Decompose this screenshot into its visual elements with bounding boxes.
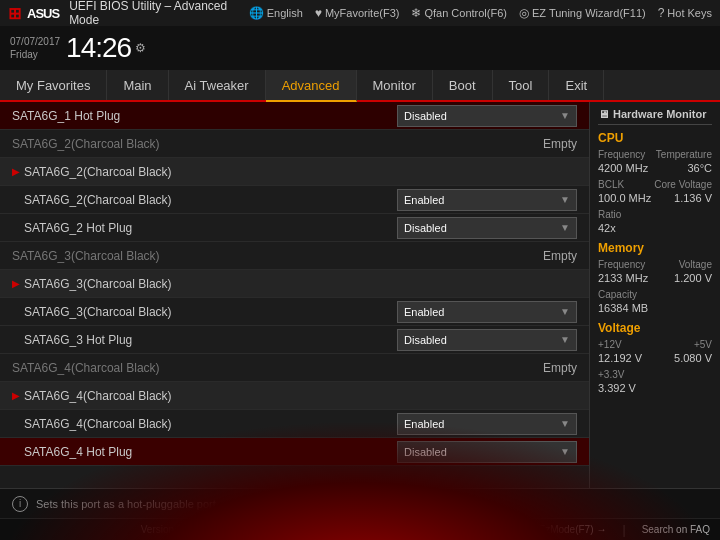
cpu-ratio-row: Ratio xyxy=(598,209,712,220)
row-label: SATA6G_1 Hot Plug xyxy=(12,109,397,123)
nav-tabs: My Favorites Main Ai Tweaker Advanced Mo… xyxy=(0,70,720,102)
row-label: SATA6G_3(Charcoal Black) xyxy=(24,277,577,291)
v12-label: +12V xyxy=(598,339,622,350)
dropdown-sata2-hotplug[interactable]: Disabled ▼ xyxy=(397,217,577,239)
cpu-temp-value: 36°C xyxy=(687,162,712,174)
table-row: SATA6G_4(Charcoal Black) Empty xyxy=(0,354,589,382)
row-label: SATA6G_2(Charcoal Black) xyxy=(24,165,577,179)
v33-label: +3.3V xyxy=(598,369,624,380)
hw-monitor-panel: 🖥 Hardware Monitor CPU Frequency Tempera… xyxy=(590,102,720,488)
v33-value: 3.392 V xyxy=(598,382,636,394)
dropdown-value: Disabled xyxy=(404,446,447,458)
v5-label: +5V xyxy=(694,339,712,350)
table-row[interactable]: ▶ SATA6G_2(Charcoal Black) xyxy=(0,158,589,186)
table-row[interactable]: SATA6G_2(Charcoal Black) Enabled ▼ xyxy=(0,186,589,214)
tab-exit[interactable]: Exit xyxy=(549,70,604,100)
volt-12v-row: +12V +5V xyxy=(598,339,712,350)
volt-33v-row: +3.3V xyxy=(598,369,712,380)
row-label: SATA6G_2(Charcoal Black) xyxy=(12,193,397,207)
dropdown-sata3-enabled[interactable]: Enabled ▼ xyxy=(397,301,577,323)
dropdown-value: Disabled xyxy=(404,334,447,346)
date-text: 07/07/2017 xyxy=(10,35,60,48)
tab-main[interactable]: Main xyxy=(107,70,168,100)
row-label: SATA6G_4(Charcoal Black) xyxy=(12,417,397,431)
expand-icon: ▶ xyxy=(12,390,20,401)
dropdown-value: Enabled xyxy=(404,418,444,430)
date-display: 07/07/2017 Friday xyxy=(10,35,60,61)
cpu-bclk-label: BCLK xyxy=(598,179,624,190)
table-row[interactable]: SATA6G_3(Charcoal Black) Enabled ▼ xyxy=(0,298,589,326)
dropdown-sata4-enabled[interactable]: Enabled ▼ xyxy=(397,413,577,435)
voltage-section-title: Voltage xyxy=(598,321,712,335)
v12-value: 12.192 V xyxy=(598,352,642,364)
clock-gear-icon[interactable]: ⚙ xyxy=(135,41,146,55)
top-bar-icons: 🌐 English ♥ MyFavorite(F3) ❄ Qfan Contro… xyxy=(249,6,712,20)
dropdown-value: Enabled xyxy=(404,194,444,206)
tab-boot[interactable]: Boot xyxy=(433,70,493,100)
table-row[interactable]: SATA6G_4 Hot Plug Disabled ▼ xyxy=(0,438,589,466)
cpu-frequency-row: Frequency Temperature xyxy=(598,149,712,160)
tab-my-favorites[interactable]: My Favorites xyxy=(0,70,107,100)
info-icon: i xyxy=(12,496,28,512)
footer: Version 2.17.1246. Copyright (C) 2017 Am… xyxy=(0,518,720,540)
chevron-down-icon: ▼ xyxy=(560,334,570,345)
dropdown-sata4-hotplug[interactable]: Disabled ▼ xyxy=(397,441,577,463)
table-row[interactable]: SATA6G_3 Hot Plug Disabled ▼ xyxy=(0,326,589,354)
mem-volt-value: 1.200 V xyxy=(674,272,712,284)
row-label: SATA6G_2 Hot Plug xyxy=(12,221,397,235)
empty-value: Empty xyxy=(543,137,577,151)
table-row[interactable]: SATA6G_4(Charcoal Black) Enabled ▼ xyxy=(0,410,589,438)
eztuning-label: EZ Tuning Wizard(F11) xyxy=(532,7,646,19)
mem-cap-label: Capacity xyxy=(598,289,637,300)
dropdown-sata2-enabled[interactable]: Enabled ▼ xyxy=(397,189,577,211)
heart-icon: ♥ xyxy=(315,6,322,20)
status-bar: i Sets this port as a hot-pluggable port… xyxy=(0,488,720,518)
row-label: SATA6G_4(Charcoal Black) xyxy=(12,361,543,375)
cpu-bclk-row: BCLK Core Voltage xyxy=(598,179,712,190)
row-label: SATA6G_3(Charcoal Black) xyxy=(12,305,397,319)
v5-value: 5.080 V xyxy=(674,352,712,364)
table-row: SATA6G_2(Charcoal Black) Empty xyxy=(0,130,589,158)
content-area: SATA6G_1 Hot Plug Disabled ▼ SATA6G_2(Ch… xyxy=(0,102,590,488)
memory-section-title: Memory xyxy=(598,241,712,255)
row-label: SATA6G_3(Charcoal Black) xyxy=(12,249,543,263)
qfan-button[interactable]: ❄ Qfan Control(F6) xyxy=(411,6,507,20)
mem-freq-value: 2133 MHz xyxy=(598,272,648,284)
table-row[interactable]: SATA6G_1 Hot Plug Disabled ▼ xyxy=(0,102,589,130)
dropdown-sata3-hotplug[interactable]: Disabled ▼ xyxy=(397,329,577,351)
day-text: Friday xyxy=(10,48,60,61)
expand-icon: ▶ xyxy=(12,166,20,177)
myfavorites-button[interactable]: ♥ MyFavorite(F3) xyxy=(315,6,400,20)
tab-monitor[interactable]: Monitor xyxy=(357,70,433,100)
chevron-down-icon: ▼ xyxy=(560,222,570,233)
tab-ai-tweaker[interactable]: Ai Tweaker xyxy=(169,70,266,100)
dropdown-value: Enabled xyxy=(404,306,444,318)
cpu-temp-label: Temperature xyxy=(656,149,712,160)
ez-mode-button[interactable]: EzMode(F7) → xyxy=(538,524,606,535)
table-row: SATA6G_3(Charcoal Black) Empty xyxy=(0,242,589,270)
eztuning-button[interactable]: ◎ EZ Tuning Wizard(F11) xyxy=(519,6,646,20)
cpu-freq-value: 4200 MHz xyxy=(598,162,648,174)
cpu-freq-label: Frequency xyxy=(598,149,645,160)
arrow-icon: → xyxy=(597,524,607,535)
cpu-frequency-value-row: 4200 MHz 36°C xyxy=(598,162,712,177)
tab-advanced[interactable]: Advanced xyxy=(266,70,357,102)
target-icon: ◎ xyxy=(519,6,529,20)
chevron-down-icon: ▼ xyxy=(560,110,570,121)
cpu-corev-label: Core Voltage xyxy=(654,179,712,190)
tab-tool[interactable]: Tool xyxy=(493,70,550,100)
footer-actions: Last Modified | EzMode(F7) → | Search on… xyxy=(444,523,710,537)
table-row[interactable]: ▶ SATA6G_4(Charcoal Black) xyxy=(0,382,589,410)
table-row[interactable]: SATA6G_2 Hot Plug Disabled ▼ xyxy=(0,214,589,242)
hotkeys-label: Hot Keys xyxy=(667,7,712,19)
hotkeys-button[interactable]: ? Hot Keys xyxy=(658,6,712,20)
chevron-down-icon: ▼ xyxy=(560,418,570,429)
main-layout: SATA6G_1 Hot Plug Disabled ▼ SATA6G_2(Ch… xyxy=(0,102,720,488)
language-selector[interactable]: 🌐 English xyxy=(249,6,303,20)
mem-cap-value-row: 16384 MB xyxy=(598,302,712,317)
hw-monitor-title: 🖥 Hardware Monitor xyxy=(598,108,712,125)
dropdown-sata1-hotplug[interactable]: Disabled ▼ xyxy=(397,105,577,127)
search-faq-button[interactable]: Search on FAQ xyxy=(642,524,710,535)
table-row[interactable]: ▶ SATA6G_3(Charcoal Black) xyxy=(0,270,589,298)
last-modified-button[interactable]: Last Modified xyxy=(444,524,503,535)
